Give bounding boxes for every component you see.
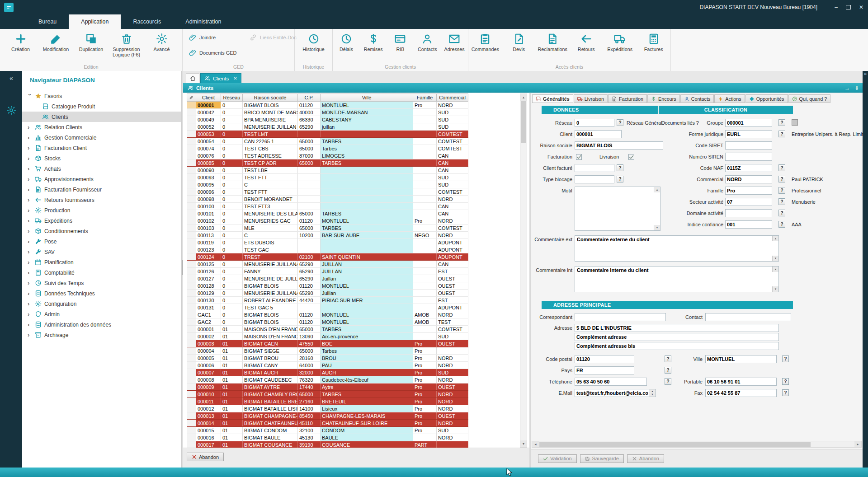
documents-lies-indicator[interactable] bbox=[792, 119, 798, 126]
chevron-right-icon[interactable]: › bbox=[28, 197, 32, 203]
scroll-right-icon[interactable]: ► bbox=[854, 441, 861, 447]
menu-tab-administration[interactable]: Administration bbox=[173, 14, 233, 29]
scrollbar-thumb[interactable] bbox=[539, 442, 811, 447]
table-row[interactable]: 0000740TEST CBS65000TarbesCOMTEST bbox=[187, 145, 468, 152]
table-row[interactable]: 0001260FANNY65290JUILLANEST bbox=[187, 268, 468, 275]
settings-gear-icon[interactable] bbox=[6, 105, 16, 115]
sidebar-item-suivi-des-temps[interactable]: ›Suivi des Temps bbox=[22, 278, 181, 288]
table-row[interactable]: 0000420BRICO MONT DE MARSA40000MONT-DE-M… bbox=[187, 109, 468, 116]
chevron-right-icon[interactable]: › bbox=[28, 259, 32, 265]
ribbon-button-retours[interactable]: Retours bbox=[570, 32, 604, 52]
sidebar-item-stocks[interactable]: ›Stocks bbox=[22, 153, 181, 164]
sidebar-item-conditionnements[interactable]: ›Conditionnements bbox=[22, 226, 181, 236]
adresse-line1-input[interactable] bbox=[575, 324, 779, 332]
commercial-input[interactable] bbox=[725, 175, 772, 183]
sidebar-item-sav[interactable]: ›SAV bbox=[22, 247, 181, 257]
motif-textarea[interactable] bbox=[575, 187, 660, 230]
client-input[interactable] bbox=[575, 130, 622, 138]
table-row[interactable]: 00000801BIGMAT CAUDEBEC76320Caudebec-lès… bbox=[187, 376, 468, 383]
ribbon-button-expeditions[interactable]: Expéditions bbox=[603, 32, 637, 52]
ribbon-button-suppression-logique-f6[interactable]: Suppression Logique (F6) bbox=[109, 32, 144, 58]
chevron-right-icon[interactable]: › bbox=[28, 218, 32, 224]
table-row[interactable]: GAC10BIGMAT BLOIS01120MONTLUELAMOBNORD bbox=[187, 311, 468, 318]
portable-help-button[interactable]: ? bbox=[782, 378, 789, 385]
code-postal-input[interactable] bbox=[575, 355, 634, 363]
column-header-ville[interactable]: Ville bbox=[321, 94, 413, 102]
ribbon-button-joindre[interactable]: Joindre bbox=[189, 32, 244, 43]
adresse-line3-input[interactable] bbox=[575, 342, 779, 350]
table-row[interactable]: 0000520MENUISERIE JUILLAN65290juillanSUD bbox=[187, 123, 468, 131]
column-header-raison-sociale[interactable]: Raison sociale bbox=[243, 94, 298, 102]
table-row[interactable]: 0001290MENUISERIE JUILLANAIS65290Juillan… bbox=[187, 290, 468, 297]
reseau-input[interactable] bbox=[575, 119, 614, 127]
table-row[interactable]: 00001001BIGMAT CHAMBLY BROC65000TARBESPr… bbox=[187, 391, 468, 398]
table-row[interactable]: 0000850TEST CP ADR65000TARBESCAN bbox=[187, 159, 468, 167]
table-row[interactable]: 00001201BIGMAT BATAILLE LISIE14100Lisieu… bbox=[187, 405, 468, 412]
sidebar-item-retours-fournisseurs[interactable]: ›Retours fournisseurs bbox=[22, 195, 181, 205]
table-row[interactable]: 00000301BIGMAT CAEN47550BOEProOUEST bbox=[187, 340, 468, 347]
chevron-right-icon[interactable]: › bbox=[28, 280, 32, 286]
portable-input[interactable] bbox=[705, 378, 777, 386]
chevron-right-icon[interactable]: › bbox=[28, 270, 32, 276]
ribbon-button-remises[interactable]: Remises bbox=[360, 32, 387, 52]
commercial-help-button[interactable]: ? bbox=[778, 176, 785, 182]
forme-juridique-input[interactable] bbox=[725, 130, 772, 138]
close-tab-icon[interactable]: ✕ bbox=[233, 76, 237, 81]
chevron-right-icon[interactable]: › bbox=[28, 145, 32, 151]
chevron-right-icon[interactable]: › bbox=[28, 155, 32, 161]
pays-input[interactable] bbox=[575, 366, 634, 374]
table-row[interactable]: 0001230TEST GACADUPONT bbox=[187, 246, 468, 253]
pays-help-button[interactable]: ? bbox=[665, 367, 671, 374]
groupe-help-button[interactable]: ? bbox=[778, 119, 785, 126]
table-row[interactable]: 0000530TEST LMTCOMTEST bbox=[187, 131, 468, 138]
forme-juridique-help-button[interactable]: ? bbox=[778, 131, 785, 137]
dock-right-icon[interactable]: → bbox=[844, 85, 850, 91]
chevron-right-icon[interactable]: › bbox=[28, 238, 32, 244]
menu-tab-application[interactable]: Application bbox=[69, 14, 121, 29]
sidebar-item-facturation-fournisseur[interactable]: ›Facturation Fournisseur bbox=[22, 184, 181, 195]
table-row[interactable]: 00001401BIGMAT CHATEAUNEUF45110CHATEAUNE… bbox=[187, 420, 468, 427]
table-row[interactable]: 0001300ROBERT ALEXANDRE EI44420PIRIAC SU… bbox=[187, 297, 468, 304]
table-row[interactable]: 00000701BIGMAT AUCH32000AUCHProSUD bbox=[187, 369, 468, 376]
sidebar-item-planification[interactable]: ›Planification bbox=[22, 257, 181, 267]
chevron-right-icon[interactable]: › bbox=[28, 135, 32, 140]
table-row[interactable]: 00000201MAISONS D'EN FRANCE13090Aix-en-p… bbox=[187, 333, 468, 340]
ribbon-button-duplication[interactable]: Duplication bbox=[74, 32, 109, 58]
famille-input[interactable] bbox=[725, 187, 772, 195]
column-header-famille[interactable]: Famille bbox=[413, 94, 437, 102]
scroll-up-icon[interactable]: ▲ bbox=[772, 267, 778, 272]
scroll-down-icon[interactable]: ▼ bbox=[772, 256, 778, 261]
client-facture-input[interactable] bbox=[575, 164, 614, 172]
sidebar-item-donnees-techniques[interactable]: ›Données Techniques bbox=[22, 288, 181, 299]
domaine-activite-input[interactable] bbox=[725, 209, 772, 217]
ribbon-button-modification[interactable]: Modification bbox=[38, 32, 74, 58]
table-row[interactable]: 0001310TEST GAC 5ADUPONT bbox=[187, 304, 468, 311]
table-row[interactable]: 0001190ETS DUBOISADUPONT bbox=[187, 239, 468, 246]
code-siret-input[interactable] bbox=[725, 141, 772, 150]
table-row[interactable]: 0001010MENUISERIE DES LILAS65000TARBESCA… bbox=[187, 210, 468, 217]
sidebar-item-catalogue-produit[interactable]: Catalogue Produit bbox=[22, 101, 181, 112]
sidebar-item-favoris[interactable]: ›Favoris bbox=[22, 91, 181, 101]
sidebar-item-production[interactable]: ›Production bbox=[22, 205, 181, 215]
famille-help-button[interactable]: ? bbox=[778, 187, 785, 194]
tab-clients[interactable]: Clients ✕ bbox=[200, 73, 241, 83]
table-row[interactable]: 0000950CSUD bbox=[187, 181, 468, 188]
secteur-activite-help-button[interactable]: ? bbox=[778, 198, 785, 205]
indice-confiance-input[interactable] bbox=[725, 220, 772, 229]
table-row[interactable]: 0000010BIGMAT BLOIS01120MONTLUELProNORD bbox=[187, 102, 468, 109]
table-row[interactable]: 0000960TEST FTTCOMTEST bbox=[187, 188, 468, 196]
sidebar-item-approvisionnements[interactable]: ›Approvisionnements bbox=[22, 174, 181, 184]
abandon-button[interactable]: Abandon bbox=[187, 453, 224, 461]
chevron-right-icon[interactable]: › bbox=[28, 176, 32, 182]
sidebar-item-clients[interactable]: Clients bbox=[22, 112, 181, 122]
client-facture-help-button[interactable]: ? bbox=[617, 164, 623, 171]
collapse-sidebar-button[interactable]: « bbox=[0, 75, 22, 82]
sidebar-item-configuration[interactable]: ›Configuration bbox=[22, 299, 181, 309]
table-row[interactable]: 00000501BIGMAT BROU28160BROUProNORD bbox=[187, 355, 468, 362]
maximize-button[interactable] bbox=[846, 5, 851, 9]
sauvegarde-button[interactable]: Sauvegarde bbox=[580, 454, 624, 463]
email-spinner[interactable]: ▲▼ bbox=[649, 389, 656, 397]
indice-confiance-help-button[interactable]: ? bbox=[778, 221, 785, 228]
menu-tab-bureau[interactable]: Bureau bbox=[26, 14, 69, 29]
ribbon-button-documents-ged[interactable]: Documents GED bbox=[189, 47, 244, 58]
